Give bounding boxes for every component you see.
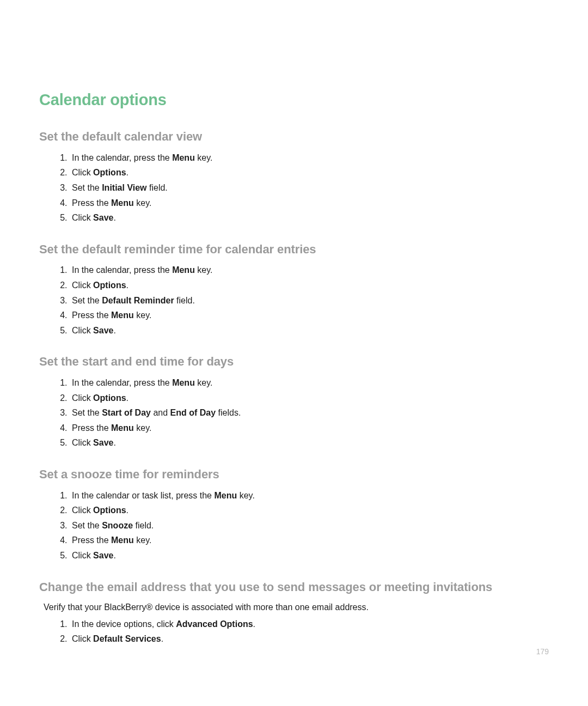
bold-text: Save — [93, 326, 113, 335]
text-run: Press the — [72, 311, 111, 320]
step-list: In the calendar, press the Menu key.Clic… — [39, 263, 549, 338]
text-run: Press the — [72, 198, 111, 208]
bold-text: Menu — [111, 535, 134, 545]
text-run: key. — [134, 311, 152, 320]
bold-text: Menu — [111, 198, 134, 208]
text-run: . — [253, 619, 255, 629]
text-run: Click — [72, 393, 93, 403]
text-run: key. — [134, 198, 152, 208]
list-item: Click Options. — [70, 278, 549, 293]
text-run: and — [151, 408, 170, 417]
list-item: Set the Initial View field. — [70, 180, 549, 196]
text-run: In the device options, click — [72, 619, 176, 629]
document-page: Calendar options Set the default calenda… — [0, 0, 588, 706]
text-run: . — [113, 326, 115, 335]
section: Set a snooze time for remindersIn the ca… — [39, 467, 549, 563]
bold-text: End of Day — [170, 408, 216, 417]
text-run: . — [113, 213, 115, 222]
text-run: field. — [133, 521, 154, 530]
list-item: In the calendar, press the Menu key. — [70, 150, 549, 166]
step-list: In the calendar, press the Menu key.Clic… — [39, 375, 549, 451]
list-item: Click Save. — [70, 435, 549, 451]
list-item: In the calendar, press the Menu key. — [70, 375, 549, 391]
page-title: Calendar options — [39, 90, 549, 109]
text-run: Set the — [72, 408, 102, 417]
list-item: Set the Default Reminder field. — [70, 293, 549, 308]
section: Change the email address that you use to… — [39, 580, 549, 647]
text-run: Click — [72, 438, 93, 447]
step-list: In the calendar or task list, press the … — [39, 488, 549, 563]
text-run: . — [113, 438, 115, 447]
text-run: Press the — [72, 535, 111, 545]
list-item: Press the Menu key. — [70, 196, 549, 211]
bold-text: Options — [93, 393, 126, 403]
text-run: Press the — [72, 423, 111, 433]
text-run: . — [126, 281, 128, 290]
section-heading: Change the email address that you use to… — [39, 580, 549, 595]
list-item: In the calendar or task list, press the … — [70, 488, 549, 503]
bold-text: Menu — [214, 491, 237, 500]
list-item: Click Save. — [70, 548, 549, 563]
bold-text: Menu — [111, 423, 134, 433]
list-item: Click Save. — [70, 323, 549, 338]
text-run: key. — [195, 153, 213, 162]
text-run: Set the — [72, 521, 102, 530]
bold-text: Default Reminder — [102, 296, 174, 305]
section: Set the start and end time for daysIn th… — [39, 354, 549, 451]
bold-text: Options — [93, 168, 126, 177]
text-run: Click — [72, 634, 93, 643]
list-item: Click Default Services. — [70, 631, 549, 647]
text-run: key. — [195, 378, 213, 387]
text-run: key. — [237, 491, 255, 500]
bold-text: Save — [93, 551, 113, 560]
text-run: field. — [147, 183, 168, 192]
text-run: . — [113, 551, 115, 560]
section: Set the default calendar viewIn the cale… — [39, 129, 549, 226]
page-number: 179 — [536, 647, 549, 656]
text-run: key. — [195, 265, 213, 275]
bold-text: Menu — [172, 378, 195, 387]
bold-text: Menu — [172, 153, 195, 162]
bold-text: Menu — [111, 311, 134, 320]
list-item: Click Options. — [70, 391, 549, 406]
text-run: key. — [134, 423, 152, 433]
text-run: . — [161, 634, 163, 643]
list-item: Set the Start of Day and End of Day fiel… — [70, 405, 549, 421]
bold-text: Options — [93, 281, 126, 290]
bold-text: Default Services — [93, 634, 161, 643]
section: Set the default reminder time for calend… — [39, 242, 549, 338]
text-run: fields. — [216, 408, 241, 417]
bold-text: Advanced Options — [176, 619, 253, 629]
text-run: In the calendar, press the — [72, 265, 172, 275]
text-run: . — [126, 393, 128, 403]
text-run: field. — [174, 296, 195, 305]
list-item: In the device options, click Advanced Op… — [70, 617, 549, 632]
text-run: In the calendar or task list, press the — [72, 491, 214, 500]
text-run: Click — [72, 281, 93, 290]
section-heading: Set a snooze time for reminders — [39, 467, 549, 483]
bold-text: Initial View — [102, 183, 146, 192]
section-heading: Set the default calendar view — [39, 129, 549, 145]
text-run: In the calendar, press the — [72, 378, 172, 387]
text-run: Click — [72, 213, 93, 222]
list-item: Press the Menu key. — [70, 533, 549, 548]
bold-text: Snooze — [102, 521, 133, 530]
section-heading: Set the default reminder time for calend… — [39, 242, 549, 258]
text-run: In the calendar, press the — [72, 153, 172, 162]
text-run: Set the — [72, 296, 102, 305]
section-intro: Verify that your BlackBerry® device is a… — [44, 600, 549, 614]
list-item: Press the Menu key. — [70, 421, 549, 436]
text-run: Set the — [72, 183, 102, 192]
list-item: Click Save. — [70, 210, 549, 226]
bold-text: Options — [93, 506, 126, 515]
text-run: Click — [72, 506, 93, 515]
text-run: Click — [72, 168, 93, 177]
text-run: . — [126, 506, 128, 515]
list-item: Set the Snooze field. — [70, 518, 549, 533]
step-list: In the device options, click Advanced Op… — [39, 617, 549, 647]
text-run: Click — [72, 326, 93, 335]
bold-text: Save — [93, 213, 113, 222]
step-list: In the calendar, press the Menu key.Clic… — [39, 150, 549, 226]
bold-text: Menu — [172, 265, 195, 275]
text-run: . — [126, 168, 128, 177]
